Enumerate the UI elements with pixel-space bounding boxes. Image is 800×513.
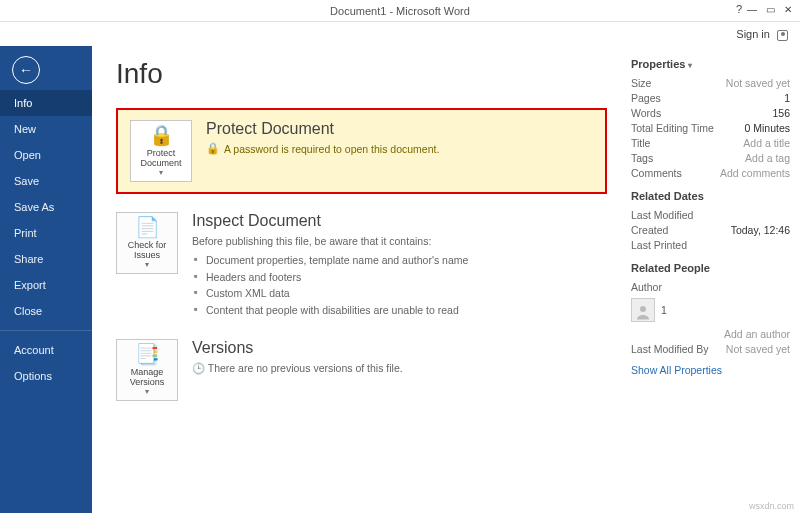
avatar-icon	[631, 298, 655, 322]
sidebar-item-open[interactable]: Open	[0, 142, 92, 168]
versions-icon-inline: 🕒	[192, 362, 205, 374]
list-item: Content that people with disabilities ar…	[192, 302, 607, 319]
lastmodby-value: Not saved yet	[726, 343, 790, 355]
chevron-down-icon: ▾	[688, 61, 692, 70]
list-item: Headers and footers	[192, 269, 607, 286]
minimize-button[interactable]: —	[744, 2, 760, 16]
date-row: Last Printed	[631, 237, 790, 252]
protect-desc: A password is required to open this docu…	[224, 143, 439, 155]
backstage-sidebar: ← Info New Open Save Save As Print Share…	[0, 46, 92, 513]
versions-icon: 📑	[135, 343, 160, 365]
sidebar-item-share[interactable]: Share	[0, 246, 92, 272]
sidebar-item-close[interactable]: Close	[0, 298, 92, 324]
lastmodby-label: Last Modified By	[631, 343, 709, 355]
manage-versions-tile[interactable]: 📑 Manage Versions ▾	[116, 339, 178, 401]
author-value: 1	[661, 304, 667, 316]
protect-document-tile[interactable]: 🔒 Protect Document ▾	[130, 120, 192, 182]
author-label: Author	[631, 281, 662, 293]
tile-label: Protect Document	[133, 149, 189, 169]
check-issues-tile[interactable]: 📄 Check for Issues ▾	[116, 212, 178, 274]
lock-mini-icon: 🔒	[206, 142, 220, 155]
inspect-list: Document properties, template name and a…	[192, 252, 607, 319]
protect-heading: Protect Document	[206, 120, 593, 138]
author-box[interactable]: 1	[631, 298, 790, 322]
inspect-heading: Inspect Document	[192, 212, 607, 230]
property-row[interactable]: TitleAdd a title	[631, 135, 790, 150]
show-all-properties-link[interactable]: Show All Properties	[631, 364, 722, 376]
signin-link[interactable]: Sign in	[736, 28, 770, 40]
restore-button[interactable]: ▭	[762, 2, 778, 16]
lock-icon: 🔒	[149, 124, 174, 146]
signin-row: Sign in	[0, 22, 800, 46]
window-controls: — ▭ ✕	[744, 2, 796, 16]
property-row[interactable]: TagsAdd a tag	[631, 150, 790, 165]
related-people-heading: Related People	[631, 262, 790, 274]
sidebar-item-info[interactable]: Info	[0, 90, 92, 116]
sidebar-item-account[interactable]: Account	[0, 337, 92, 363]
sidebar-item-save[interactable]: Save	[0, 168, 92, 194]
tile-label: Check for Issues	[119, 241, 175, 261]
document-check-icon: 📄	[135, 216, 160, 238]
properties-pane: Properties ▾ SizeNot saved yetPages1Word…	[625, 46, 800, 513]
versions-desc: There are no previous versions of this f…	[208, 362, 403, 374]
sidebar-item-export[interactable]: Export	[0, 272, 92, 298]
help-button[interactable]: ?	[736, 3, 742, 15]
list-item: Document properties, template name and a…	[192, 252, 607, 269]
page-title: Info	[116, 58, 607, 90]
inspect-lead: Before publishing this file, be aware th…	[192, 234, 607, 250]
sidebar-item-saveas[interactable]: Save As	[0, 194, 92, 220]
watermark: wsxdn.com	[749, 501, 794, 511]
back-button[interactable]: ←	[12, 56, 40, 84]
tile-label: Manage Versions	[119, 368, 175, 388]
property-row[interactable]: Words156	[631, 105, 790, 120]
properties-heading[interactable]: Properties ▾	[631, 58, 790, 70]
protect-document-box: 🔒 Protect Document ▾ Protect Document 🔒 …	[116, 108, 607, 194]
sidebar-item-new[interactable]: New	[0, 116, 92, 142]
versions-heading: Versions	[192, 339, 607, 357]
property-row[interactable]: Total Editing Time0 Minutes	[631, 120, 790, 135]
window-title: Document1 - Microsoft Word	[330, 5, 470, 17]
close-button[interactable]: ✕	[780, 2, 796, 16]
property-row[interactable]: CommentsAdd comments	[631, 165, 790, 180]
date-row: CreatedToday, 12:46	[631, 222, 790, 237]
svg-point-0	[640, 306, 646, 312]
property-row[interactable]: SizeNot saved yet	[631, 75, 790, 90]
add-author-link[interactable]: Add an author	[724, 328, 790, 340]
title-bar: Document1 - Microsoft Word ? — ▭ ✕	[0, 0, 800, 22]
property-row[interactable]: Pages1	[631, 90, 790, 105]
date-row: Last Modified	[631, 207, 790, 222]
main-panel: Info 🔒 Protect Document ▾ Protect Docume…	[92, 46, 625, 513]
user-icon[interactable]	[777, 30, 788, 41]
list-item: Custom XML data	[192, 285, 607, 302]
sidebar-item-options[interactable]: Options	[0, 363, 92, 389]
related-dates-heading: Related Dates	[631, 190, 790, 202]
sidebar-item-print[interactable]: Print	[0, 220, 92, 246]
